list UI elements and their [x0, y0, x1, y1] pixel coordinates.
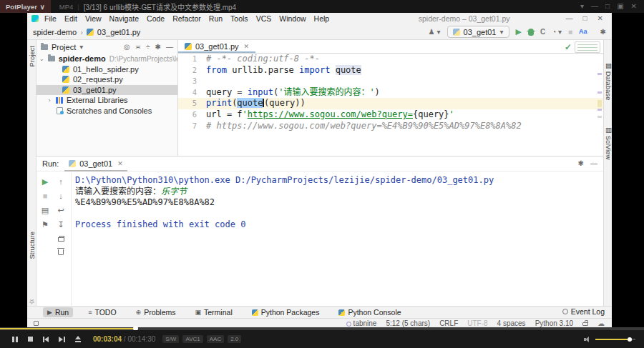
- close-icon[interactable]: ✕: [597, 15, 603, 22]
- next-button[interactable]: [57, 335, 67, 344]
- run-play-icon[interactable]: ▶: [516, 28, 522, 36]
- volume-handle[interactable]: [628, 337, 632, 342]
- project-panel-title[interactable]: Project: [52, 43, 76, 51]
- caret-position[interactable]: 5:12 (5 chars): [386, 319, 430, 327]
- line-number: 3: [178, 76, 204, 87]
- maximize-icon[interactable]: □: [583, 15, 587, 22]
- profiler-icon[interactable]: ◔ ▾: [552, 29, 562, 36]
- stop-button[interactable]: [26, 335, 36, 344]
- editor-scrollbar[interactable]: [597, 56, 602, 156]
- up-stacktrace-icon[interactable]: ↑: [59, 178, 63, 186]
- pin-icon[interactable]: ⚑: [42, 221, 49, 229]
- tree-file-03_get01.py[interactable]: 03_get01.py: [36, 85, 177, 96]
- debug-bug-icon[interactable]: [528, 29, 534, 36]
- expand-icon[interactable]: ≍: [135, 44, 141, 51]
- stop-icon[interactable]: ■: [43, 192, 48, 200]
- menu-navigate[interactable]: Navigate: [109, 14, 139, 23]
- panel-toggle-icon[interactable]: ▾: [580, 3, 584, 10]
- tree-scratches[interactable]: Scratches and Consoles: [36, 106, 177, 116]
- maximize-icon[interactable]: □: [605, 3, 610, 10]
- line-separator[interactable]: CRLF: [439, 319, 458, 327]
- run-config-selector[interactable]: 03_get01 ▾: [447, 26, 509, 38]
- scrollbar-mark: [597, 116, 602, 118]
- stop-icon[interactable]: ■: [568, 29, 572, 36]
- menu-tools[interactable]: Tools: [230, 14, 248, 23]
- toolwindow-tab-python-packages[interactable]: Python Packages: [248, 307, 324, 317]
- lock-icon[interactable]: [582, 322, 588, 326]
- tree-root[interactable]: ⌄spider-demoD:\PycharmProjects\lezijie: [36, 54, 177, 64]
- menu-vcs[interactable]: VCS: [256, 14, 272, 23]
- minimize-icon[interactable]: —: [566, 15, 573, 22]
- user-dropdown-icon[interactable]: ♟ ▾: [429, 29, 441, 36]
- python-interpreter[interactable]: Python 3.10: [535, 319, 573, 327]
- toolwindow-switcher-icon[interactable]: [34, 321, 39, 326]
- run-tab[interactable]: 03_get01 ✕: [64, 156, 127, 171]
- event-log-button[interactable]: Event Log: [562, 307, 605, 316]
- tree-file-01_hello_spider.py[interactable]: 01_hello_spider.py: [36, 64, 177, 75]
- open-file-button[interactable]: [73, 335, 83, 344]
- player-app-menu[interactable]: PotPlayer ∨: [0, 0, 51, 13]
- speaker-icon[interactable]: [584, 336, 591, 343]
- breadcrumb-root[interactable]: spider-demo: [33, 28, 77, 36]
- toolwindow-tab-structure[interactable]: Structure: [28, 232, 36, 259]
- menu-refactor[interactable]: Refactor: [172, 14, 201, 23]
- screen-mode-icon[interactable]: ▣: [617, 3, 623, 10]
- pause-button[interactable]: [10, 335, 20, 344]
- minimize-icon[interactable]: —: [591, 3, 598, 10]
- menu-code[interactable]: Code: [147, 14, 165, 23]
- code-area[interactable]: 1# -*- coding:utf-8 -*-2from urllib.pars…: [178, 54, 603, 156]
- down-stacktrace-icon[interactable]: ↓: [59, 192, 63, 200]
- right-toolwindow-strip: ▤ Database ▥ SciView: [603, 40, 612, 306]
- inspections-ok-icon[interactable]: ✓: [565, 42, 572, 52]
- editor-tab[interactable]: 03_get01.py ✕: [178, 39, 255, 53]
- tabnine-widget[interactable]: tabnine: [346, 319, 377, 327]
- toolwindow-tab-python-console[interactable]: Python Console: [334, 307, 405, 317]
- toolwindow-tab-problems[interactable]: ⊕Problems: [132, 307, 180, 317]
- tree-external-libraries[interactable]: ›External Libraries: [36, 95, 177, 106]
- breadcrumb-file[interactable]: 03_get01.py: [97, 28, 141, 36]
- toolwindow-tab-sciview[interactable]: ▥ SciView: [605, 126, 613, 159]
- previous-button[interactable]: [42, 335, 52, 344]
- settings-gear-icon[interactable]: ✱: [600, 29, 606, 36]
- close-icon[interactable]: ✕: [117, 160, 123, 167]
- menu-view[interactable]: View: [85, 14, 102, 23]
- database-icon: ▤: [605, 61, 613, 69]
- code-with-me-icon[interactable]: Aa: [579, 29, 587, 35]
- close-icon[interactable]: ✕: [631, 3, 637, 10]
- rerun-icon[interactable]: ▶: [42, 178, 48, 186]
- close-icon[interactable]: ✕: [244, 43, 250, 50]
- cloud-sync-icon[interactable]: ☁: [597, 319, 605, 327]
- print-icon[interactable]: [58, 237, 64, 242]
- menu-run[interactable]: Run: [209, 14, 223, 23]
- toolwindow-tab-todo[interactable]: ≡TODO: [84, 307, 120, 317]
- toolwindow-tab-project[interactable]: Project: [28, 46, 36, 67]
- settings-gear-icon[interactable]: ✱: [155, 44, 161, 51]
- ide-window-buttons: —□✕: [566, 15, 608, 22]
- indent-style[interactable]: 4 spaces: [497, 319, 526, 327]
- volume-slider[interactable]: [595, 339, 635, 340]
- menu-edit[interactable]: Edit: [64, 14, 77, 23]
- menu-file[interactable]: File: [44, 14, 57, 23]
- scroll-to-end-icon[interactable]: ↧: [57, 221, 64, 229]
- hide-panel-icon[interactable]: —: [590, 160, 597, 167]
- file-label: 01_hello_spider.py: [73, 65, 139, 74]
- run-coverage-icon[interactable]: C: [540, 29, 545, 36]
- hide-panel-icon[interactable]: —: [166, 44, 173, 51]
- tree-file-02_request.py[interactable]: 02_request.py: [36, 74, 177, 85]
- python-file-icon: [453, 29, 460, 36]
- settings-gear-icon[interactable]: ✱: [578, 160, 584, 167]
- soft-wrap-icon[interactable]: ↩: [57, 207, 64, 214]
- toolwindow-tab-database[interactable]: ▤ Database: [605, 61, 613, 100]
- layout-icon[interactable]: ▤: [42, 207, 49, 214]
- locate-file-icon[interactable]: ◎: [124, 44, 130, 51]
- collapse-all-icon[interactable]: ÷: [146, 44, 150, 51]
- menu-help[interactable]: Help: [314, 14, 330, 23]
- clear-all-icon[interactable]: [58, 249, 64, 255]
- toolwindow-tab-run[interactable]: ▶Run: [43, 307, 73, 317]
- chevron-down-icon[interactable]: ▾: [79, 44, 83, 51]
- file-encoding[interactable]: UTF-8: [467, 319, 487, 327]
- inspection-widget[interactable]: [575, 41, 600, 53]
- run-console-output[interactable]: D:\Python\Python310\python.exe D:/Pychar…: [75, 175, 600, 306]
- menu-window[interactable]: Window: [279, 14, 306, 23]
- toolwindow-tab-terminal[interactable]: ▣Terminal: [191, 307, 237, 317]
